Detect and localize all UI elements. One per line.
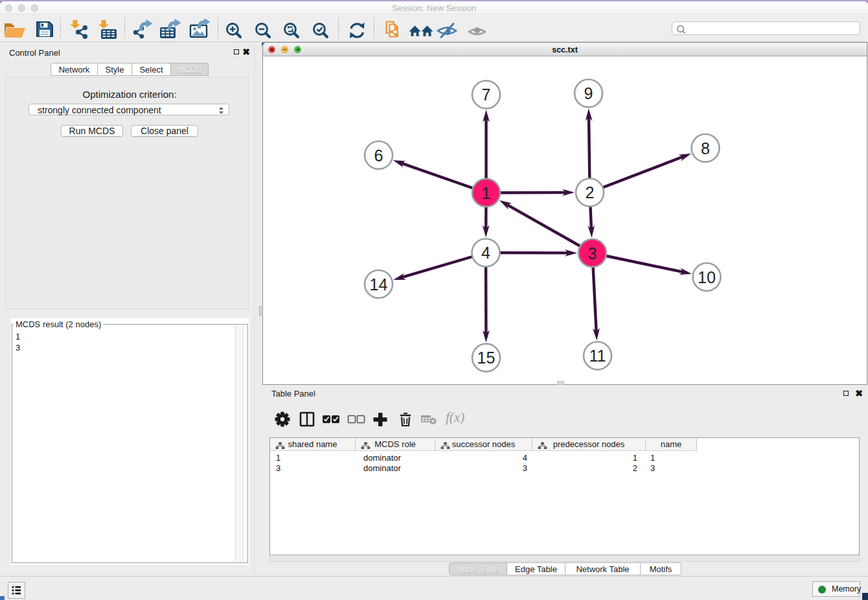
svg-text:15: 15 — [477, 349, 496, 367]
svg-text:11: 11 — [589, 347, 606, 365]
svg-text:14: 14 — [370, 275, 388, 294]
svg-text:8: 8 — [701, 139, 710, 157]
svg-text:10: 10 — [698, 268, 716, 286]
svg-text:7: 7 — [482, 86, 491, 104]
svg-text:1: 1 — [482, 184, 491, 202]
svg-text:9: 9 — [584, 84, 593, 102]
svg-text:6: 6 — [374, 146, 383, 165]
svg-text:4: 4 — [481, 244, 490, 262]
svg-text:3: 3 — [588, 244, 597, 262]
svg-text:2: 2 — [586, 183, 595, 202]
